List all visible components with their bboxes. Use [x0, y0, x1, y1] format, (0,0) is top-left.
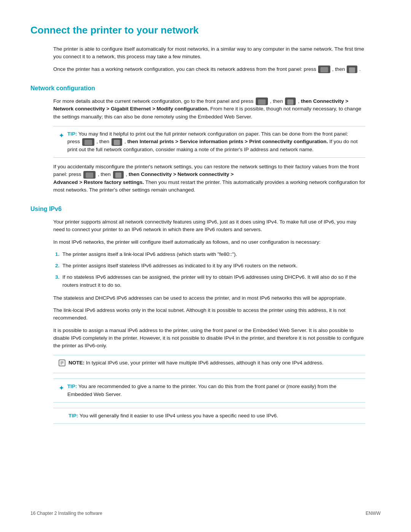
home-icon-tip	[82, 138, 94, 146]
network-config-para2: If you accidentally misconfigure the pri…	[53, 163, 365, 194]
tip-text-3: TIP: You will generally find it easier t…	[68, 412, 278, 420]
ipv6-para3: The stateless and DHCPv6 IPv6 addresses …	[53, 294, 365, 302]
intro-block: The printer is able to configure itself …	[53, 45, 365, 73]
ipv6-list: The printer assigns itself a link-local …	[61, 251, 365, 289]
ipv6-para1: Your printer supports almost all network…	[53, 218, 365, 234]
ipv6-para2: In most IPv6 networks, the printer will …	[53, 238, 365, 246]
page: Connect the printer to your network The …	[0, 0, 411, 532]
tip-text-2: TIP: You are recommended to give a name …	[67, 383, 360, 398]
tip-box-1: ✦ TIP: You may find it helpful to print …	[53, 126, 365, 158]
settings-icon-3	[113, 171, 124, 179]
list-item: The printer assigns itself a link-local …	[61, 251, 365, 258]
page-title: Connect the printer to your network	[30, 23, 381, 38]
home-icon-3	[83, 171, 96, 179]
list-item: The printer assigns itself stateless IPv…	[61, 262, 365, 270]
tip-text-1: TIP: You may find it helpful to print ou…	[67, 130, 360, 153]
footer-left: 16 Chapter 2 Installing the software	[30, 510, 102, 517]
intro-para2: Once the printer has a working network c…	[53, 66, 365, 73]
list-item: If no stateless IPv6 addresses can be as…	[61, 273, 365, 289]
tip-icon-2: ✦	[59, 383, 64, 393]
note-box: NOTE: In typical IPv6 use, your printer …	[53, 355, 365, 373]
tip-box-2: ✦ TIP: You are recommended to give a nam…	[53, 379, 365, 403]
home-icon-2	[256, 97, 268, 105]
footer-right: ENWW	[366, 510, 381, 517]
settings-icon-2	[285, 97, 296, 105]
tip-icon-1: ✦	[59, 131, 64, 141]
ipv6-para4: The link-local IPv6 address works only i…	[53, 307, 365, 322]
settings-icon	[347, 66, 357, 73]
ipv6-block: Your printer supports almost all network…	[53, 218, 365, 424]
ipv6-para5: It is possible to assign a manual IPv6 a…	[53, 327, 365, 350]
network-config-block: For more details about the current netwo…	[53, 97, 365, 194]
tip-box-3: TIP: You will generally find it easier t…	[53, 408, 365, 424]
settings-icon-tip	[112, 138, 122, 146]
intro-para1: The printer is able to configure itself …	[53, 45, 365, 61]
network-config-title: Network configuration	[30, 84, 381, 93]
home-icon	[318, 66, 330, 73]
network-config-para1: For more details about the current netwo…	[53, 97, 365, 121]
footer: 16 Chapter 2 Installing the software ENW…	[30, 510, 381, 517]
note-text: NOTE: In typical IPv6 use, your printer …	[68, 359, 323, 367]
ipv6-title: Using IPv6	[30, 204, 381, 214]
note-icon	[59, 359, 65, 369]
